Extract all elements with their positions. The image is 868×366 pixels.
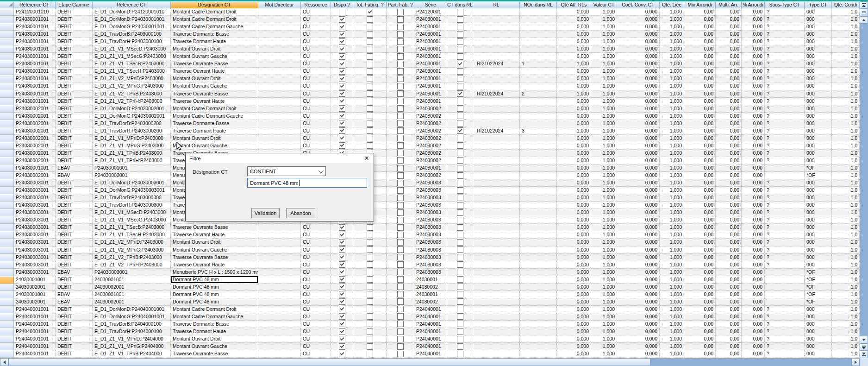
cell-ct_dans_rl[interactable]: [447, 172, 473, 179]
cell-tot_fabriq[interactable]: [353, 135, 387, 142]
cell-sous_type_ct[interactable]: [765, 269, 805, 276]
cell-ref_ct[interactable]: E_D1_Z1_V1_TSecH:P2403000: [93, 231, 171, 239]
part_fab-checkbox[interactable]: [397, 135, 404, 141]
cell-type_ct[interactable]: *OF: [805, 276, 832, 284]
cell-pct_arrondi[interactable]: 0,00: [742, 75, 765, 82]
cell-ref_of[interactable]: P24030001001: [14, 23, 56, 31]
cell-qte_condi[interactable]: 1,0: [832, 246, 860, 254]
ct_dans_rl-checkbox[interactable]: [457, 298, 463, 305]
cell-sous_type_ct[interactable]: ?: [765, 135, 805, 142]
cell-qte_condi[interactable]: 1,0: [832, 239, 860, 246]
cell-ct_dans_rl[interactable]: [447, 45, 473, 53]
cell-qte_aff_rls[interactable]: 0,000: [557, 335, 591, 343]
cell-serie[interactable]: P24040001: [414, 343, 447, 350]
cell-designation_ct[interactable]: Traverse Dormante Basse: [171, 120, 258, 127]
cell-pct_arrondi[interactable]: 0,00: [742, 254, 765, 261]
cell-ref_ct[interactable]: E_D1_Z1_V1_TPriH:P2403000: [93, 157, 171, 164]
cell-valeur_ct[interactable]: 1,000: [591, 16, 617, 23]
cell-ref_of[interactable]: P24040001001: [14, 328, 56, 335]
cell-qte_liee[interactable]: 1,000: [660, 68, 684, 75]
cell-part_fab[interactable]: [387, 113, 414, 120]
cell-coef_conv_ct[interactable]: 0,000: [617, 246, 660, 254]
row-header[interactable]: [0, 321, 14, 328]
cell-dispo[interactable]: [331, 254, 353, 261]
cell-serie[interactable]: P24030003: [414, 194, 447, 202]
cell-sous_type_ct[interactable]: ?: [765, 313, 805, 321]
cell-pct_arrondi[interactable]: 0,00: [742, 313, 765, 321]
cell-serie[interactable]: P24030003: [414, 209, 447, 216]
cell-qte_liee[interactable]: 1,000: [660, 157, 684, 164]
cell-designation_ct[interactable]: Montant Ouvrant Gauche: [171, 343, 258, 350]
close-icon[interactable]: ✕: [360, 153, 374, 163]
cell-ct_dans_rl[interactable]: [447, 120, 473, 127]
ct_dans_rl-checkbox[interactable]: [457, 127, 463, 134]
cell-tot_fabriq[interactable]: [353, 231, 387, 239]
cell-multi_arr[interactable]: 0,00: [716, 335, 742, 343]
ct_dans_rl-checkbox[interactable]: [457, 195, 463, 201]
tot_fabriq-checkbox[interactable]: [367, 142, 373, 149]
row-header[interactable]: [0, 298, 14, 306]
cell-type_ct[interactable]: 000: [805, 202, 832, 209]
cell-pct_arrondi[interactable]: 0,00: [742, 60, 765, 68]
cell-etape_gamme[interactable]: DEBIT: [56, 284, 93, 291]
cell-qte_aff_rls[interactable]: 0,000: [557, 23, 591, 31]
tot_fabriq-checkbox[interactable]: [367, 61, 373, 67]
cell-ressource[interactable]: CU: [301, 113, 331, 120]
cell-designation_ct[interactable]: Montant Ouvrant Gauche: [171, 82, 258, 90]
cell-type_ct[interactable]: 000: [805, 142, 832, 150]
column-header-mot_directeur[interactable]: Mot Directeur: [258, 1, 301, 8]
cell-pct_arrondi[interactable]: 0,00: [742, 216, 765, 224]
cell-dispo[interactable]: [331, 53, 353, 60]
cell-ressource[interactable]: CU: [301, 239, 331, 246]
ct_dans_rl-checkbox[interactable]: [457, 9, 463, 15]
cell-ref_of[interactable]: P24030003001: [14, 254, 56, 261]
cell-valeur_ct[interactable]: 1,000: [591, 113, 617, 120]
cell-coef_conv_ct[interactable]: 0,000: [617, 276, 660, 284]
cell-tot_fabriq[interactable]: [353, 16, 387, 23]
cell-qte_liee[interactable]: 1,000: [660, 127, 684, 135]
cell-coef_conv_ct[interactable]: 0,000: [617, 261, 660, 269]
cell-serie[interactable]: P24030003: [414, 179, 447, 187]
cell-coef_conv_ct[interactable]: 0,000: [617, 75, 660, 82]
cell-pct_arrondi[interactable]: 0,00: [742, 246, 765, 254]
cell-ressource[interactable]: CU: [301, 246, 331, 254]
cell-min_arrondi[interactable]: 0,00: [684, 350, 716, 358]
cell-etape_gamme[interactable]: DEBIT: [56, 276, 93, 284]
cell-sous_type_ct[interactable]: ?: [765, 157, 805, 164]
filter-operator-select[interactable]: CONTIENT: [247, 166, 326, 176]
ct_dans_rl-checkbox[interactable]: [457, 343, 463, 350]
cell-qte_liee[interactable]: 1,000: [660, 194, 684, 202]
cell-qte_condi[interactable]: 1,0: [832, 335, 860, 343]
cell-sous_type_ct[interactable]: ?: [765, 31, 805, 38]
cell-coef_conv_ct[interactable]: 0,000: [617, 224, 660, 231]
cell-part_fab[interactable]: [387, 343, 414, 350]
cell-sous_type_ct[interactable]: ?: [765, 127, 805, 135]
dispo-checkbox[interactable]: [339, 276, 345, 283]
cell-qte_aff_rls[interactable]: 1,000: [557, 90, 591, 98]
cell-ressource[interactable]: CU: [301, 82, 331, 90]
cell-etape_gamme[interactable]: DEBIT: [56, 38, 93, 45]
cell-qte_condi[interactable]: 1,0: [832, 53, 860, 60]
row-header[interactable]: [0, 53, 14, 60]
cell-qte_condi[interactable]: 1,0: [832, 23, 860, 31]
cell-part_fab[interactable]: [387, 328, 414, 335]
cell-etape_gamme[interactable]: DEBIT: [56, 246, 93, 254]
cell-dispo[interactable]: [331, 269, 353, 276]
cell-serie[interactable]: P24030002: [414, 127, 447, 135]
cell-ressource[interactable]: CU: [301, 127, 331, 135]
cell-min_arrondi[interactable]: 0,00: [684, 298, 716, 306]
tot_fabriq-checkbox[interactable]: [367, 9, 373, 15]
cell-multi_arr[interactable]: 0,00: [716, 269, 742, 276]
part_fab-checkbox[interactable]: [397, 336, 404, 342]
cell-ref_of[interactable]: P24030001001: [14, 45, 56, 53]
cell-mot_directeur[interactable]: [258, 343, 301, 350]
cell-designation_ct[interactable]: Traverse Ouvrant Haute: [171, 98, 258, 105]
cell-qte_condi[interactable]: 1,0: [832, 306, 860, 313]
cell-valeur_ct[interactable]: 1,000: [591, 31, 617, 38]
cell-multi_arr[interactable]: 0,00: [716, 23, 742, 31]
ct_dans_rl-checkbox[interactable]: [457, 313, 463, 320]
cell-ref_ct[interactable]: E_D1_Z1_V1_MPriD:P2403000: [93, 135, 171, 142]
cell-rl[interactable]: [473, 328, 520, 335]
cell-coef_conv_ct[interactable]: 0,000: [617, 90, 660, 98]
cell-serie[interactable]: P24040001: [414, 335, 447, 343]
